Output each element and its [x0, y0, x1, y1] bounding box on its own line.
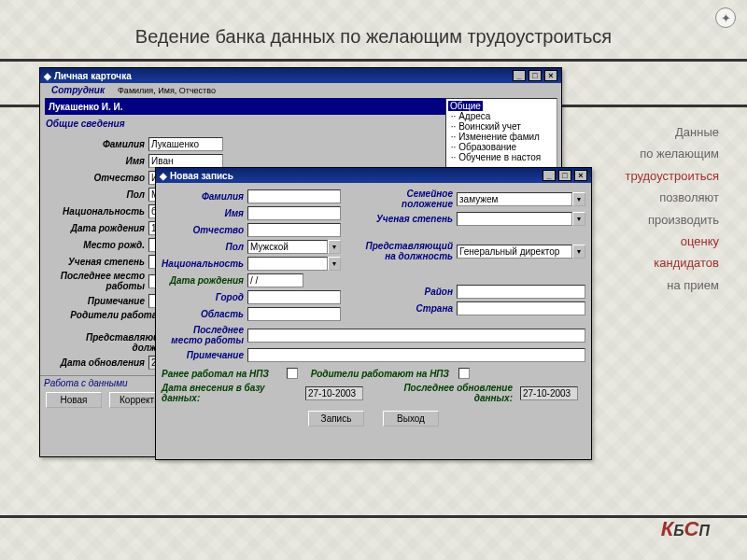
decor-line: [0, 59, 747, 62]
surname-input[interactable]: Лукашенко: [148, 137, 223, 151]
degree-select[interactable]: [457, 212, 572, 226]
tree-item[interactable]: ·· Изменение фамил: [448, 132, 555, 142]
district-input[interactable]: [457, 285, 585, 299]
tree-item[interactable]: Общие: [448, 101, 483, 111]
name-input[interactable]: [247, 206, 341, 220]
window-title: Новая запись: [170, 171, 233, 181]
titlebar[interactable]: ◆ Новая запись _ □ ×: [156, 168, 591, 183]
patronym-input[interactable]: [247, 223, 341, 237]
country-input[interactable]: [457, 301, 585, 315]
city-input[interactable]: [247, 290, 341, 304]
minimize-button[interactable]: _: [543, 170, 556, 181]
name-input[interactable]: Иван: [148, 154, 223, 168]
gender-select[interactable]: Мужской: [247, 240, 328, 254]
worked-npz-checkbox[interactable]: [287, 368, 298, 379]
window-title: Личная карточка: [54, 71, 132, 81]
minimize-button[interactable]: _: [513, 70, 526, 81]
note-input[interactable]: [247, 348, 585, 362]
app-icon: ◆: [160, 171, 167, 181]
position-select[interactable]: Генеральный директор: [457, 245, 572, 259]
employee-name-value: Лукашенко И. И.: [49, 102, 123, 112]
tree-item[interactable]: ·· Адреса: [448, 111, 555, 121]
chevron-down-icon[interactable]: ▾: [328, 257, 341, 271]
titlebar[interactable]: ◆ Личная карточка _ □ ×: [40, 68, 561, 83]
chevron-down-icon[interactable]: ▾: [328, 240, 341, 254]
slide-title: Ведение банка данных по желающим трудоус…: [0, 26, 747, 48]
tree-item[interactable]: ·· Образование: [448, 142, 555, 152]
tree-item[interactable]: ·· Обучение в настоя: [448, 152, 555, 162]
app-icon: ◆: [44, 71, 51, 81]
updated-date-display: 27-10-2003: [520, 386, 578, 400]
region-input[interactable]: [247, 307, 341, 321]
parents-npz-checkbox[interactable]: [458, 368, 470, 379]
family-select[interactable]: замужем: [457, 192, 572, 206]
decor-line: [0, 515, 747, 518]
name-field-caption: Фамилия, Имя, Отчество: [118, 86, 216, 95]
close-button[interactable]: ×: [544, 70, 557, 81]
logo: КБСП: [661, 517, 710, 541]
exit-button[interactable]: Выход: [383, 411, 439, 427]
maximize-button[interactable]: □: [529, 70, 542, 81]
chevron-down-icon[interactable]: ▾: [572, 245, 585, 259]
save-button[interactable]: Запись: [308, 411, 364, 427]
chevron-down-icon[interactable]: ▾: [572, 192, 585, 206]
form-body: Фамилия Имя Отчество ПолМужской▾ Национа…: [156, 183, 591, 457]
corner-decor-icon: ✦: [715, 7, 736, 28]
nationality-select[interactable]: [247, 257, 328, 271]
new-button[interactable]: Новая: [46, 392, 102, 408]
new-record-window: ◆ Новая запись _ □ × Фамилия Имя Отчеств…: [155, 167, 592, 460]
maximize-button[interactable]: □: [558, 170, 571, 181]
employee-section-label: Сотрудник: [46, 83, 110, 97]
chevron-down-icon[interactable]: ▾: [572, 212, 585, 226]
close-button[interactable]: ×: [574, 170, 587, 181]
tree-item[interactable]: ·· Воинский учет: [448, 121, 555, 132]
dob-input[interactable]: / /: [247, 273, 303, 287]
lastjob-input[interactable]: [247, 329, 585, 343]
entered-date-display: 27-10-2003: [305, 386, 363, 400]
surname-input[interactable]: [247, 189, 341, 203]
side-text: Данные по желающим трудоустроиться позво…: [607, 121, 719, 296]
